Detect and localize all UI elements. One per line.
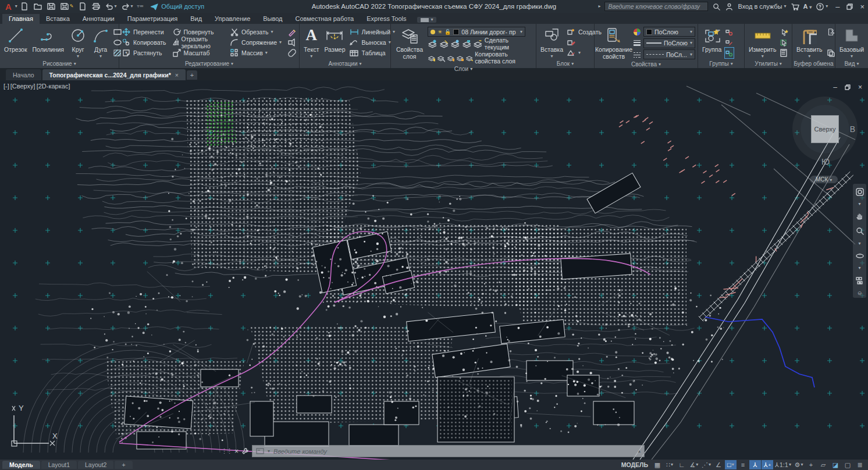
- viewcube-top-face[interactable]: Сверху: [811, 115, 839, 143]
- open-file-button[interactable]: [33, 1, 43, 12]
- ribbon-display-toggle[interactable]: ▾: [417, 17, 436, 23]
- group-button[interactable]: Группа: [700, 26, 723, 59]
- panel-annotate-label[interactable]: Аннотации▾: [300, 59, 390, 68]
- file-tab-close-icon[interactable]: ×: [175, 72, 179, 79]
- tab-express-tools[interactable]: Express Tools: [360, 14, 412, 24]
- panel-utilities-label[interactable]: Утилиты▾: [745, 59, 792, 68]
- autoscale-toggle[interactable]: ⅄+: [762, 460, 773, 469]
- object-snap-tracking-toggle[interactable]: ∠: [713, 460, 724, 469]
- topographic-drawing[interactable]: [0, 80, 868, 460]
- layer-thaw-all-icon[interactable]: [447, 53, 454, 63]
- undo-button[interactable]: ▾: [104, 1, 118, 12]
- panel-layers-label[interactable]: Слои▾: [391, 66, 536, 72]
- customization-button[interactable]: ≣: [854, 460, 866, 469]
- linetype-combo[interactable]: ПоСл...▾: [643, 49, 695, 59]
- viewcube-east[interactable]: В: [850, 124, 855, 134]
- search-expand-icon[interactable]: ▸: [598, 4, 600, 9]
- command-line[interactable]: ⋮⋮ × ▾ ▴: [221, 445, 645, 457]
- layer-unlock-all-icon[interactable]: [456, 53, 464, 63]
- app-menu-button[interactable]: A: [3, 2, 13, 12]
- measure-button[interactable]: Измерить▾: [747, 26, 778, 59]
- wcs-menu[interactable]: МСК ▾: [810, 176, 838, 183]
- tab-collaborate[interactable]: Совместная работа: [289, 14, 361, 24]
- erase-button[interactable]: [287, 27, 297, 37]
- command-customize-icon[interactable]: [241, 447, 249, 455]
- search-input[interactable]: [604, 2, 708, 11]
- layout1-tab[interactable]: Layout1: [41, 461, 77, 469]
- recent-commands-icon[interactable]: [256, 448, 264, 454]
- group-edit-button[interactable]: [725, 37, 734, 48]
- zoom-button[interactable]: [855, 226, 865, 236]
- model-tab[interactable]: Модель: [2, 461, 40, 469]
- scale-button[interactable]: Масштаб: [172, 48, 225, 58]
- ungroup-button[interactable]: [725, 27, 734, 37]
- command-history-toggle[interactable]: ▴: [638, 448, 641, 454]
- tab-home[interactable]: Главная: [2, 14, 40, 24]
- quick-select-button[interactable]: [780, 27, 789, 37]
- object-color-combo[interactable]: ПоСлою▾: [643, 27, 695, 37]
- viewport-view-control[interactable]: [Сверху]: [10, 83, 35, 90]
- qat-customize-caret[interactable]: ▿═: [137, 3, 144, 9]
- polar-tracking-toggle[interactable]: ∡▾: [688, 460, 700, 469]
- print-button[interactable]: [91, 1, 101, 12]
- tab-view[interactable]: Вид: [184, 14, 208, 24]
- linear-dim-button[interactable]: Линейный▾: [349, 27, 396, 37]
- tab-manage[interactable]: Управление: [208, 14, 257, 24]
- ortho-toggle[interactable]: ∟: [676, 460, 688, 469]
- help-icon[interactable]: ▾: [816, 2, 828, 11]
- model-space-toggle[interactable]: МОДЕЛЬ: [618, 461, 651, 468]
- panel-block-label[interactable]: Блок▾: [536, 59, 594, 68]
- layout2-tab[interactable]: Layout2: [78, 461, 113, 469]
- panel-view-label[interactable]: Вид▾: [835, 59, 868, 68]
- app-store-icon[interactable]: [791, 2, 799, 11]
- dimension-button[interactable]: Размер: [322, 26, 347, 59]
- panel-draw-label[interactable]: Рисование▾: [0, 59, 119, 68]
- search-icon[interactable]: [712, 2, 721, 11]
- mirror-button[interactable]: Отразить зеркально: [172, 37, 225, 48]
- pan-button[interactable]: [855, 212, 865, 221]
- explode-button[interactable]: [287, 37, 297, 48]
- layer-isolate-icon[interactable]: [428, 39, 437, 49]
- cut-button[interactable]: [826, 27, 835, 37]
- layer-unisolate-icon[interactable]: [439, 39, 449, 49]
- line-button[interactable]: Отрезок: [2, 26, 29, 59]
- file-tab-drawing[interactable]: Топографическая с...2024_для графики*×: [42, 69, 186, 80]
- match-layer-button[interactable]: Копировать свойства слоя: [475, 51, 533, 65]
- minimize-button[interactable]: –: [835, 2, 839, 11]
- text-button[interactable]: AТекст▾: [302, 26, 321, 59]
- polyline-button[interactable]: Полилиния: [31, 26, 66, 59]
- account-icon[interactable]: [725, 2, 734, 11]
- save-as-button[interactable]: ✎: [59, 1, 74, 12]
- app-menu-caret[interactable]: ▾: [15, 4, 17, 9]
- snap-toggle[interactable]: ∷▾: [664, 460, 675, 469]
- layer-thaw-icon[interactable]: ☀: [437, 29, 442, 35]
- panel-groups-label[interactable]: Группы▾: [698, 59, 744, 68]
- stretch-button[interactable]: Растянуть: [122, 48, 166, 58]
- plot-mobile-button[interactable]: [77, 1, 88, 12]
- clean-screen-button[interactable]: ▢: [842, 460, 853, 469]
- new-file-button[interactable]: [19, 1, 30, 12]
- grid-toggle[interactable]: ▦: [652, 460, 663, 469]
- paste-button[interactable]: Вставить▾: [795, 26, 824, 59]
- annotation-monitor-toggle[interactable]: +: [805, 460, 817, 469]
- layer-lock-icon[interactable]: [462, 39, 472, 49]
- save-button[interactable]: [46, 1, 56, 12]
- showmotion-button[interactable]: [855, 276, 865, 285]
- move-button[interactable]: Перенести: [122, 27, 166, 37]
- tab-output[interactable]: Вывод: [257, 14, 289, 24]
- tab-annotate[interactable]: Аннотации: [76, 14, 121, 24]
- isodraft-toggle[interactable]: ⋰▾: [700, 460, 712, 469]
- match-properties-button[interactable]: Копирование свойств: [597, 26, 631, 60]
- autodesk-app-icon[interactable]: A ▾: [803, 3, 812, 10]
- layer-on-icon[interactable]: [431, 30, 435, 34]
- base-view-button[interactable]: Базовый▾: [838, 26, 866, 59]
- file-tab-start[interactable]: Начало: [6, 69, 41, 80]
- command-close-icon[interactable]: ×: [234, 447, 239, 455]
- command-grip[interactable]: ⋮⋮: [221, 447, 232, 455]
- trim-button[interactable]: Обрезать▾: [230, 27, 282, 37]
- command-input[interactable]: [273, 448, 635, 455]
- redo-button[interactable]: ▾: [120, 1, 134, 12]
- copy-clip-button[interactable]: [826, 48, 835, 58]
- circle-button[interactable]: Круг▾: [67, 26, 88, 59]
- navigation-wheel-button[interactable]: [855, 187, 865, 197]
